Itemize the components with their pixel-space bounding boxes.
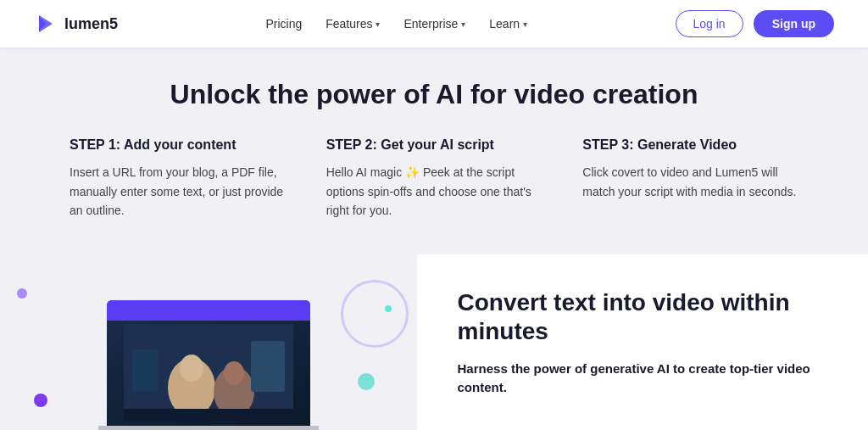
arc-decoration — [341, 280, 409, 348]
enterprise-chevron-icon: ▾ — [461, 20, 465, 29]
screen-video — [107, 321, 310, 426]
dot-decoration-4 — [358, 373, 375, 390]
step-1-title: STEP 1: Add your content — [70, 137, 286, 153]
step-3-title: STEP 3: Generate Video — [582, 137, 798, 153]
logo-text: lumen5 — [64, 15, 118, 33]
learn-chevron-icon: ▾ — [523, 20, 527, 29]
dot-decoration-3 — [34, 394, 47, 407]
hero-title: Unlock the power of AI for video creatio… — [68, 78, 800, 110]
hero-section: Unlock the power of AI for video creatio… — [0, 47, 868, 254]
step-1-desc: Insert a URL from your blog, a PDF file,… — [70, 163, 286, 220]
nav-learn[interactable]: Learn ▾ — [489, 17, 527, 31]
svg-rect-9 — [132, 349, 158, 392]
svg-point-6 — [224, 361, 244, 385]
video-illustration — [124, 324, 293, 422]
feature-visual — [0, 254, 417, 430]
nav-enterprise[interactable]: Enterprise ▾ — [403, 17, 465, 31]
feature-section: Convert text into video within minutes H… — [0, 254, 868, 430]
signup-button[interactable]: Sign up — [754, 10, 834, 37]
step-2-title: STEP 2: Get your AI script — [326, 137, 542, 153]
logo[interactable]: lumen5 — [34, 12, 118, 36]
feature-subtitle: Harness the power of generative AI to cr… — [458, 360, 817, 398]
main-content: Unlock the power of AI for video creatio… — [0, 47, 868, 430]
step-1: STEP 1: Add your content Insert a URL fr… — [70, 137, 286, 220]
step-3: STEP 3: Generate Video Click covert to v… — [582, 137, 798, 220]
laptop-screen — [107, 300, 310, 426]
svg-point-4 — [180, 355, 203, 382]
screen-bar — [107, 300, 310, 321]
step-3-desc: Click covert to video and Lumen5 will ma… — [582, 163, 798, 201]
screen-content — [107, 300, 310, 426]
login-button[interactable]: Log in — [676, 10, 743, 37]
nav-actions: Log in Sign up — [676, 10, 834, 37]
features-chevron-icon: ▾ — [376, 20, 380, 29]
feature-title: Convert text into video within minutes — [458, 288, 817, 345]
lumen5-logo-icon — [34, 12, 58, 36]
step-2-desc: Hello AI magic ✨ Peek at the script opti… — [326, 163, 542, 220]
nav-features[interactable]: Features ▾ — [326, 17, 380, 31]
steps-row: STEP 1: Add your content Insert a URL fr… — [70, 137, 798, 220]
svg-rect-8 — [251, 341, 285, 392]
feature-content: Convert text into video within minutes H… — [417, 254, 868, 430]
dot-decoration-1 — [17, 288, 27, 299]
svg-rect-7 — [124, 409, 293, 422]
laptop — [90, 300, 327, 430]
laptop-base — [98, 426, 319, 430]
main-nav: Pricing Features ▾ Enterprise ▾ Learn ▾ — [265, 17, 527, 31]
site-header: lumen5 Pricing Features ▾ Enterprise ▾ L… — [0, 0, 868, 47]
laptop-mockup — [90, 300, 327, 430]
step-2: STEP 2: Get your AI script Hello AI magi… — [326, 137, 542, 220]
nav-pricing[interactable]: Pricing — [265, 17, 302, 31]
